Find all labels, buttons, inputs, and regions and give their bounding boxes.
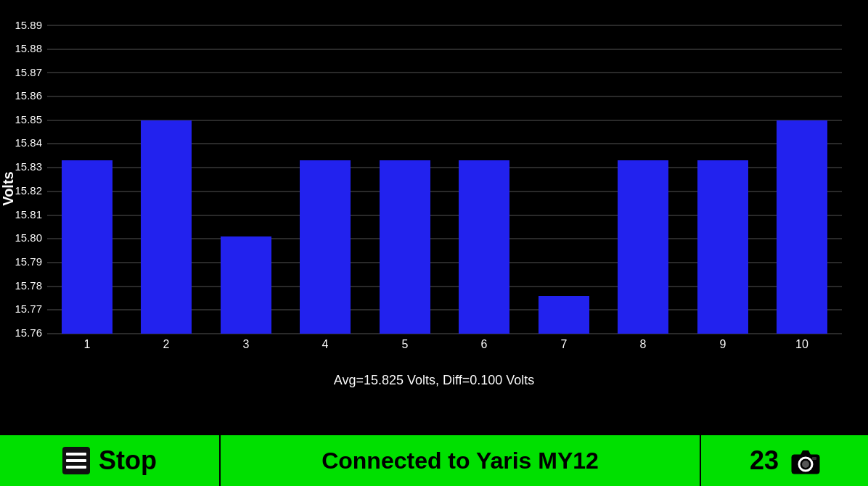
stop-button[interactable]: Stop xyxy=(0,435,219,486)
bottom-bar: Stop Connected to Yaris MY12 23 xyxy=(0,435,868,486)
chart-svg: Volts 15.89 15.88 15.87 15.86 15.85 15.8… xyxy=(0,0,868,435)
connected-section: Connected to Yaris MY12 xyxy=(219,435,701,486)
svg-text:15.78: 15.78 xyxy=(15,279,42,292)
svg-point-44 xyxy=(802,461,809,468)
svg-rect-39 xyxy=(66,453,86,456)
svg-text:15.77: 15.77 xyxy=(15,302,42,315)
bar-2 xyxy=(141,120,192,334)
svg-text:2: 2 xyxy=(163,338,170,350)
svg-text:10: 10 xyxy=(795,338,808,350)
svg-text:6: 6 xyxy=(481,338,488,350)
svg-text:7: 7 xyxy=(561,338,568,350)
svg-text:8: 8 xyxy=(640,338,647,350)
svg-text:15.87: 15.87 xyxy=(15,66,42,78)
right-section: 23 xyxy=(701,435,868,486)
connected-label: Connected to Yaris MY12 xyxy=(322,448,599,474)
bar-9 xyxy=(697,160,748,334)
svg-text:3: 3 xyxy=(243,338,250,350)
svg-text:15.81: 15.81 xyxy=(15,208,42,221)
y-axis-label: Volts xyxy=(0,171,16,205)
bar-10 xyxy=(777,120,827,334)
stop-label: Stop xyxy=(99,445,157,476)
svg-text:1: 1 xyxy=(84,338,91,350)
svg-rect-40 xyxy=(66,459,86,462)
bar-3 xyxy=(221,236,271,334)
svg-text:15.76: 15.76 xyxy=(15,326,42,339)
svg-text:15.89: 15.89 xyxy=(15,19,42,31)
camera-icon[interactable] xyxy=(790,449,819,472)
svg-rect-41 xyxy=(66,466,86,469)
bar-1 xyxy=(62,160,112,334)
svg-text:15.82: 15.82 xyxy=(15,184,42,197)
svg-text:15.83: 15.83 xyxy=(15,160,42,173)
bar-5 xyxy=(380,160,430,334)
svg-text:15.80: 15.80 xyxy=(15,231,42,244)
svg-rect-45 xyxy=(812,457,816,460)
svg-text:5: 5 xyxy=(402,338,409,350)
chart-area: Volts 15.89 15.88 15.87 15.86 15.85 15.8… xyxy=(0,0,868,435)
svg-text:15.88: 15.88 xyxy=(15,42,42,54)
bar-7 xyxy=(539,296,589,334)
svg-text:15.85: 15.85 xyxy=(15,113,42,125)
count-label: 23 xyxy=(750,445,779,476)
svg-text:15.84: 15.84 xyxy=(15,136,42,149)
svg-text:4: 4 xyxy=(322,338,329,350)
svg-text:9: 9 xyxy=(720,338,726,350)
chart-subtitle: Avg=15.825 Volts, Diff=0.100 Volts xyxy=(334,373,535,387)
svg-text:15.86: 15.86 xyxy=(15,89,42,102)
svg-text:15.79: 15.79 xyxy=(15,255,42,268)
menu-icon xyxy=(62,447,90,474)
bar-8 xyxy=(618,160,668,334)
bar-4 xyxy=(300,160,351,334)
bar-6 xyxy=(459,160,509,334)
